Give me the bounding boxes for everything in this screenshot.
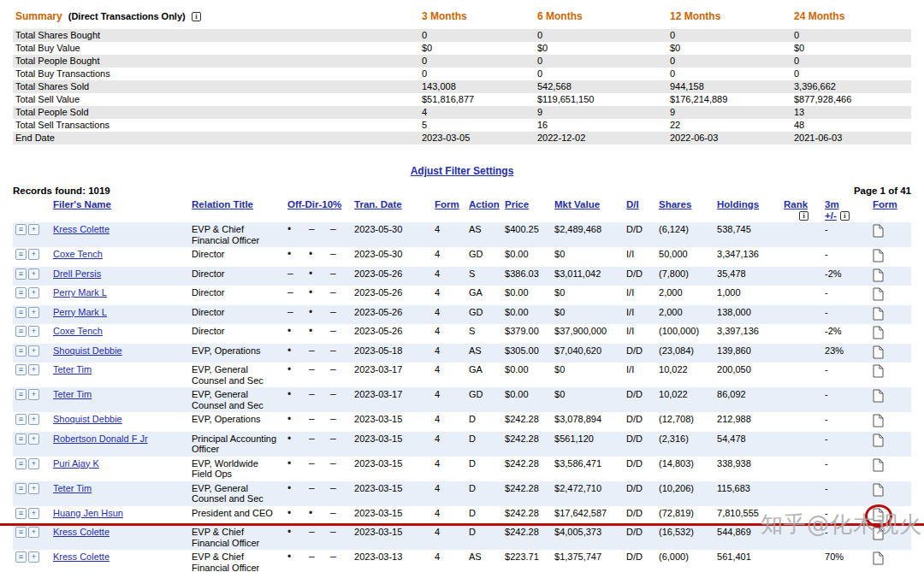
expand-icon[interactable]: + (28, 433, 39, 445)
form-document-icon[interactable] (873, 224, 884, 240)
form-document-icon[interactable] (873, 249, 884, 265)
price-cell: $242.28 (502, 525, 552, 550)
filers-name-sort-link[interactable]: Filer's Name (53, 199, 111, 209)
price-cell: $0.00 (502, 363, 552, 387)
filer-name-cell: Teter Tim (50, 387, 189, 412)
expand-icon[interactable]: + (28, 268, 39, 280)
expand-icon[interactable]: + (28, 326, 39, 337)
expand-icon[interactable]: + (28, 527, 39, 538)
news-icon[interactable]: ≡ (15, 364, 27, 375)
adjust-filter-settings-link[interactable]: Adjust Filter Settings (411, 165, 514, 177)
filer-link[interactable]: Kress Colette (53, 224, 110, 234)
expand-icon[interactable]: + (28, 307, 39, 318)
shares-cell: 10,022 (656, 363, 714, 387)
filer-name-cell: Kress Colette (50, 525, 189, 550)
news-icon[interactable]: ≡ (15, 307, 27, 318)
filer-link[interactable]: Puri Ajay K (53, 458, 99, 469)
news-icon[interactable]: ≡ (15, 224, 27, 235)
news-icon[interactable]: ≡ (15, 345, 27, 357)
summary-info-icon[interactable]: i (192, 12, 201, 21)
news-icon[interactable]: ≡ (15, 483, 27, 494)
rank-cell (781, 481, 822, 506)
price-sort-link[interactable]: Price (505, 199, 529, 209)
holdings-cell: 138,000 (714, 305, 781, 325)
shares-sort-link[interactable]: Shares (659, 199, 691, 209)
form-document-icon[interactable] (873, 307, 884, 323)
action-sort-link[interactable]: Action (469, 199, 500, 209)
expand-icon[interactable]: + (28, 287, 39, 298)
form-document-icon[interactable] (873, 458, 884, 475)
filer-link[interactable]: Teter Tim (53, 364, 92, 374)
news-icon[interactable]: ≡ (15, 551, 27, 563)
header-form-doc: Form (870, 198, 911, 222)
filer-link[interactable]: Drell Persis (53, 268, 101, 279)
summary-value-6m: 542,568 (535, 80, 667, 93)
form-sort-link[interactable]: Form (435, 199, 459, 209)
form-document-icon[interactable] (873, 527, 884, 543)
filer-link[interactable]: Robertson Donald F Jr (53, 433, 148, 444)
rank-sort-link[interactable]: Rank (784, 199, 808, 209)
expand-icon[interactable]: + (28, 249, 39, 260)
expand-icon[interactable]: + (28, 483, 39, 494)
form-document-icon[interactable] (873, 364, 884, 380)
filer-link[interactable]: Shoquist Debbie (53, 345, 122, 356)
form-document-icon[interactable] (873, 287, 884, 304)
expand-icon[interactable]: + (28, 364, 39, 375)
news-icon[interactable]: ≡ (15, 433, 27, 445)
news-icon[interactable]: ≡ (15, 249, 27, 260)
director-flag: – (306, 432, 328, 457)
form-document-icon[interactable] (873, 326, 884, 342)
filer-link[interactable]: Teter Tim (53, 389, 92, 399)
action-cell: D (466, 412, 502, 432)
news-icon[interactable]: ≡ (15, 389, 27, 400)
filer-link[interactable]: Perry Mark L (53, 287, 107, 298)
row-icons-cell: ≡+ (13, 247, 50, 267)
filer-link[interactable]: Shoquist Debbie (53, 414, 122, 424)
filer-link[interactable]: Huang Jen Hsun (53, 508, 123, 518)
filer-link[interactable]: Kress Colette (53, 551, 110, 562)
three-month-info-icon[interactable]: i (840, 211, 850, 221)
form-document-icon[interactable] (873, 414, 884, 430)
news-icon[interactable]: ≡ (15, 326, 27, 337)
tran-date-cell: 2023-03-17 (352, 363, 432, 387)
expand-icon[interactable]: + (28, 224, 39, 235)
di-sort-link[interactable]: D/I (626, 199, 639, 209)
form-document-icon[interactable] (873, 389, 884, 405)
form-document-icon[interactable] (873, 268, 884, 285)
mkt-value-cell: $3,586,471 (552, 457, 624, 481)
form-doc-sort-link[interactable]: Form (873, 199, 897, 209)
filer-link[interactable]: Perry Mark L (53, 307, 107, 317)
relation-title-sort-link[interactable]: Relation Title (192, 199, 253, 209)
news-icon[interactable]: ≡ (15, 458, 27, 469)
news-icon[interactable]: ≡ (15, 508, 27, 519)
holdings-sort-link[interactable]: Holdings (717, 199, 759, 209)
expand-icon[interactable]: + (28, 458, 39, 469)
filer-link[interactable]: Coxe Tench (53, 326, 103, 336)
price-cell: $242.28 (502, 481, 552, 506)
form-document-icon[interactable] (873, 483, 884, 499)
ten-percent-flag: – (328, 481, 352, 506)
form-document-icon[interactable] (873, 433, 884, 450)
news-icon[interactable]: ≡ (15, 287, 27, 298)
form-document-icon[interactable] (873, 551, 884, 568)
mkt-value-sort-link[interactable]: Mkt Value (554, 199, 600, 209)
news-icon[interactable]: ≡ (15, 527, 27, 538)
tran-date-sort-link[interactable]: Tran. Date (354, 199, 402, 209)
di-cell: D/D (624, 525, 656, 550)
news-icon[interactable]: ≡ (15, 268, 27, 280)
expand-icon[interactable]: + (28, 414, 39, 425)
filer-link[interactable]: Kress Colette (53, 527, 110, 537)
price-cell: $242.28 (502, 506, 552, 526)
expand-icon[interactable]: + (28, 389, 39, 400)
filer-link[interactable]: Coxe Tench (53, 249, 103, 259)
rank-info-icon[interactable]: i (799, 211, 808, 221)
shares-cell: (6,000) (656, 550, 714, 572)
filer-link[interactable]: Teter Tim (53, 483, 92, 493)
three-month-sort-link[interactable]: 3m (825, 199, 839, 209)
expand-icon[interactable]: + (28, 345, 39, 357)
expand-icon[interactable]: + (28, 551, 39, 563)
off-dir-10-sort-link[interactable]: Off-Dir-10% (287, 199, 341, 209)
expand-icon[interactable]: + (28, 508, 39, 519)
news-icon[interactable]: ≡ (15, 414, 27, 425)
form-document-icon[interactable] (873, 345, 884, 362)
